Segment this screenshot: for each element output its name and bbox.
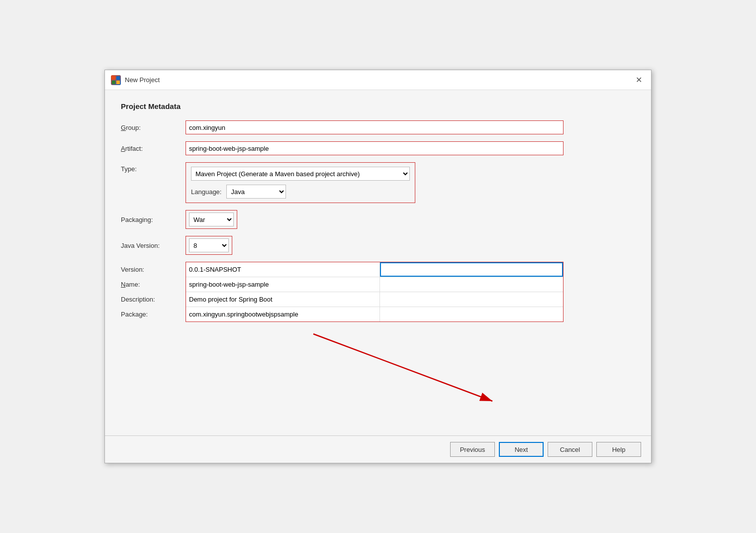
svg-rect-0 bbox=[112, 76, 115, 80]
java-version-row: Java Version: 8 11 17 bbox=[121, 236, 635, 255]
dialog-content: Project Metadata Group: Artifact: Type: bbox=[105, 90, 651, 435]
name-right-input[interactable] bbox=[380, 277, 563, 292]
window-title: New Project bbox=[125, 76, 160, 84]
package-input-row bbox=[186, 307, 563, 321]
cancel-button[interactable]: Cancel bbox=[548, 442, 592, 457]
close-button[interactable]: ✕ bbox=[633, 74, 645, 86]
package-label: Package: bbox=[121, 311, 186, 318]
title-bar-left: New Project bbox=[111, 75, 160, 85]
description-right-input[interactable] bbox=[380, 292, 563, 307]
version-label: Version: bbox=[121, 266, 186, 273]
title-bar: New Project ✕ bbox=[105, 70, 651, 90]
version-labels-col: Version: Name: Description: bbox=[121, 262, 186, 321]
artifact-row: Artifact: bbox=[121, 141, 635, 155]
name-label: Name: bbox=[121, 281, 186, 288]
java-version-group-box: 8 11 17 bbox=[186, 236, 232, 255]
form-area: Group: Artifact: Type: Mav bbox=[121, 120, 635, 424]
java-version-label: Java Version: bbox=[121, 242, 186, 249]
svg-rect-2 bbox=[112, 81, 115, 84]
type-inner-row: Maven Project (Generate a Maven based pr… bbox=[191, 167, 410, 181]
description-label: Description: bbox=[121, 296, 186, 303]
version-label-row: Version: bbox=[121, 262, 186, 277]
package-left-input[interactable] bbox=[186, 307, 380, 321]
version-section-row: Version: Name: Description: bbox=[121, 262, 635, 322]
name-input-row bbox=[186, 277, 563, 292]
name-label-row: Name: bbox=[121, 277, 186, 292]
language-inner-row: Language: Java Kotlin Groovy bbox=[191, 185, 410, 199]
svg-line-5 bbox=[313, 334, 492, 401]
artifact-input[interactable] bbox=[186, 141, 564, 155]
previous-button[interactable]: Previous bbox=[450, 442, 495, 457]
description-left-input[interactable] bbox=[186, 292, 380, 307]
group-row: Group: bbox=[121, 120, 635, 134]
language-inner-label: Language: bbox=[191, 188, 221, 196]
new-project-dialog: New Project ✕ Project Metadata Group: Ar… bbox=[104, 70, 652, 463]
section-title: Project Metadata bbox=[121, 102, 635, 110]
description-input-row bbox=[186, 292, 563, 307]
packaging-label: Packaging: bbox=[121, 216, 186, 223]
dialog-footer: Previous Next Cancel Help bbox=[105, 435, 651, 463]
packaging-row: Packaging: War Jar bbox=[121, 210, 635, 229]
type-lang-section: Type: Maven Project (Generate a Maven ba… bbox=[121, 162, 635, 203]
version-right-input[interactable] bbox=[380, 262, 563, 277]
packaging-select[interactable]: War Jar bbox=[189, 213, 234, 226]
version-input-row bbox=[186, 262, 563, 277]
next-button[interactable]: Next bbox=[499, 442, 544, 457]
java-version-select[interactable]: 8 11 17 bbox=[189, 238, 229, 252]
name-left-input[interactable] bbox=[186, 277, 380, 292]
artifact-label: Artifact: bbox=[121, 145, 186, 152]
version-inputs-group bbox=[186, 262, 564, 322]
help-button[interactable]: Help bbox=[596, 442, 641, 457]
description-label-row: Description: bbox=[121, 292, 186, 307]
package-label-row: Package: bbox=[121, 307, 186, 321]
version-left-input[interactable] bbox=[186, 262, 380, 277]
arrow-annotation bbox=[121, 324, 635, 424]
type-label: Type: bbox=[121, 162, 186, 173]
type-select[interactable]: Maven Project (Generate a Maven based pr… bbox=[191, 167, 410, 181]
language-select[interactable]: Java Kotlin Groovy bbox=[226, 185, 286, 199]
group-label: Group: bbox=[121, 124, 186, 131]
packaging-group-box: War Jar bbox=[186, 210, 237, 229]
group-input[interactable] bbox=[186, 120, 564, 134]
app-icon bbox=[111, 75, 121, 85]
svg-rect-3 bbox=[116, 81, 120, 84]
svg-rect-1 bbox=[116, 76, 120, 80]
package-right-input[interactable] bbox=[380, 307, 563, 321]
type-lang-group-box: Maven Project (Generate a Maven based pr… bbox=[186, 162, 415, 203]
